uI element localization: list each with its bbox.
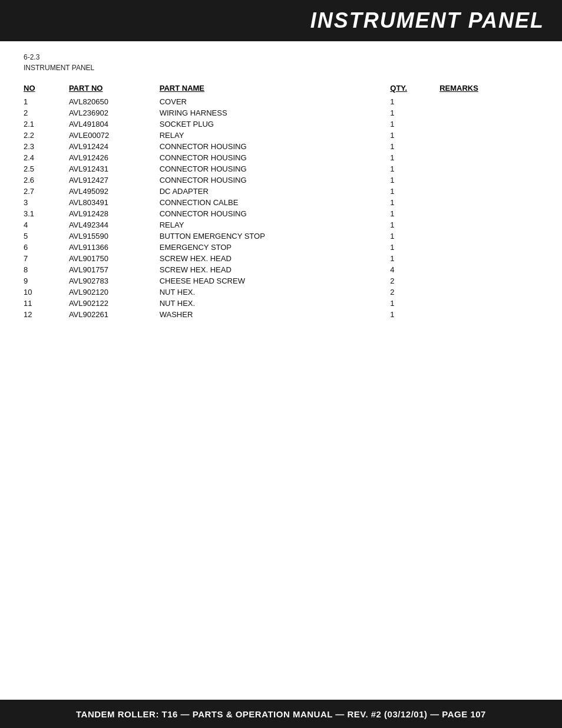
table-row: 4AVL492344RELAY1 bbox=[24, 219, 538, 230]
table-row: 6AVL911366EMERGENCY STOP1 bbox=[24, 242, 538, 253]
cell-part-no: AVL492344 bbox=[69, 219, 160, 230]
cell-remarks bbox=[439, 107, 538, 118]
cell-no: 2.7 bbox=[24, 186, 69, 197]
cell-remarks bbox=[439, 141, 538, 152]
table-row: 3.1AVL912428CONNECTOR HOUSING1 bbox=[24, 208, 538, 219]
table-row: 3AVL803491CONNECTION CALBE1 bbox=[24, 197, 538, 208]
cell-part-no: AVLE00072 bbox=[69, 130, 160, 141]
cell-part-no: AVL803491 bbox=[69, 197, 160, 208]
cell-part-no: AVL912427 bbox=[69, 174, 160, 186]
cell-remarks bbox=[439, 264, 538, 275]
cell-qty: 2 bbox=[390, 286, 439, 298]
cell-remarks bbox=[439, 298, 538, 309]
cell-part-name: SCREW HEX. HEAD bbox=[160, 264, 391, 275]
cell-part-name: CONNECTION CALBE bbox=[160, 197, 391, 208]
cell-qty: 1 bbox=[390, 242, 439, 253]
cell-no: 12 bbox=[24, 309, 69, 320]
cell-qty: 1 bbox=[390, 96, 439, 107]
cell-qty: 1 bbox=[390, 298, 439, 309]
cell-remarks bbox=[439, 286, 538, 298]
table-row: 11AVL902122NUT HEX.1 bbox=[24, 298, 538, 309]
cell-part-no: AVL491804 bbox=[69, 118, 160, 130]
cell-part-no: AVL902122 bbox=[69, 298, 160, 309]
cell-part-no: AVL912428 bbox=[69, 208, 160, 219]
cell-part-no: AVL911366 bbox=[69, 242, 160, 253]
table-row: 2AVL236902WIRING HARNESS1 bbox=[24, 107, 538, 118]
section-code: 6-2.3 bbox=[24, 53, 538, 61]
cell-qty: 1 bbox=[390, 186, 439, 197]
cell-qty: 1 bbox=[390, 253, 439, 264]
cell-qty: 1 bbox=[390, 118, 439, 130]
cell-remarks bbox=[439, 152, 538, 163]
cell-part-name: CONNECTOR HOUSING bbox=[160, 152, 391, 163]
table-row: 2.1AVL491804SOCKET PLUG1 bbox=[24, 118, 538, 130]
main-content: 6-2.3 INSTRUMENT PANEL NO PART NO PART N… bbox=[0, 41, 562, 332]
cell-qty: 1 bbox=[390, 152, 439, 163]
cell-part-name: CONNECTOR HOUSING bbox=[160, 141, 391, 152]
cell-part-name: SCREW HEX. HEAD bbox=[160, 253, 391, 264]
cell-remarks bbox=[439, 230, 538, 242]
cell-part-name: SOCKET PLUG bbox=[160, 118, 391, 130]
cell-qty: 1 bbox=[390, 174, 439, 186]
cell-no: 2.6 bbox=[24, 174, 69, 186]
cell-qty: 1 bbox=[390, 130, 439, 141]
cell-part-no: AVL912431 bbox=[69, 163, 160, 174]
cell-part-no: AVL912426 bbox=[69, 152, 160, 163]
cell-no: 6 bbox=[24, 242, 69, 253]
cell-part-no: AVL236902 bbox=[69, 107, 160, 118]
cell-qty: 1 bbox=[390, 230, 439, 242]
cell-no: 1 bbox=[24, 96, 69, 107]
table-row: 9AVL902783CHEESE HEAD SCREW2 bbox=[24, 275, 538, 286]
cell-part-no: AVL901757 bbox=[69, 264, 160, 275]
cell-part-no: AVL902783 bbox=[69, 275, 160, 286]
table-row: 7AVL901750SCREW HEX. HEAD1 bbox=[24, 253, 538, 264]
cell-no: 10 bbox=[24, 286, 69, 298]
cell-no: 2 bbox=[24, 107, 69, 118]
cell-remarks bbox=[439, 275, 538, 286]
section-label: INSTRUMENT PANEL bbox=[24, 64, 538, 72]
cell-part-name: DC ADAPTER bbox=[160, 186, 391, 197]
table-row: 2.4AVL912426CONNECTOR HOUSING1 bbox=[24, 152, 538, 163]
cell-part-name: WIRING HARNESS bbox=[160, 107, 391, 118]
cell-qty: 4 bbox=[390, 264, 439, 275]
cell-part-name: CHEESE HEAD SCREW bbox=[160, 275, 391, 286]
cell-part-name: NUT HEX. bbox=[160, 286, 391, 298]
cell-no: 8 bbox=[24, 264, 69, 275]
col-header-remarks: REMARKS bbox=[439, 83, 538, 96]
table-row: 12AVL902261WASHER1 bbox=[24, 309, 538, 320]
col-header-part-name: PART NAME bbox=[160, 83, 391, 96]
cell-part-name: CONNECTOR HOUSING bbox=[160, 163, 391, 174]
cell-part-no: AVL902120 bbox=[69, 286, 160, 298]
cell-remarks bbox=[439, 130, 538, 141]
cell-no: 2.4 bbox=[24, 152, 69, 163]
top-header: INSTRUMENT PANEL bbox=[0, 0, 562, 41]
cell-remarks bbox=[439, 219, 538, 230]
cell-qty: 1 bbox=[390, 107, 439, 118]
table-row: 2.3AVL912424CONNECTOR HOUSING1 bbox=[24, 141, 538, 152]
cell-no: 4 bbox=[24, 219, 69, 230]
col-header-part-no: PART NO bbox=[69, 83, 160, 96]
bottom-footer: TANDEM ROLLER: T16 — PARTS & OPERATION M… bbox=[0, 700, 562, 728]
cell-part-name: COVER bbox=[160, 96, 391, 107]
cell-part-no: AVL902261 bbox=[69, 309, 160, 320]
cell-no: 7 bbox=[24, 253, 69, 264]
parts-table: NO PART NO PART NAME QTY. REMARKS 1AVL82… bbox=[24, 83, 538, 320]
col-header-qty: QTY. bbox=[390, 83, 439, 96]
cell-no: 11 bbox=[24, 298, 69, 309]
cell-part-name: BUTTON EMERGENCY STOP bbox=[160, 230, 391, 242]
cell-no: 9 bbox=[24, 275, 69, 286]
cell-remarks bbox=[439, 118, 538, 130]
cell-remarks bbox=[439, 96, 538, 107]
cell-no: 2.2 bbox=[24, 130, 69, 141]
cell-qty: 1 bbox=[390, 219, 439, 230]
cell-no: 3 bbox=[24, 197, 69, 208]
table-row: 1AVL820650COVER1 bbox=[24, 96, 538, 107]
table-row: 2.7AVL495092DC ADAPTER1 bbox=[24, 186, 538, 197]
page-title: INSTRUMENT PANEL bbox=[310, 8, 544, 33]
cell-part-name: RELAY bbox=[160, 130, 391, 141]
cell-remarks bbox=[439, 163, 538, 174]
cell-no: 5 bbox=[24, 230, 69, 242]
table-row: 2.6AVL912427CONNECTOR HOUSING1 bbox=[24, 174, 538, 186]
table-row: 8AVL901757SCREW HEX. HEAD4 bbox=[24, 264, 538, 275]
cell-part-name: EMERGENCY STOP bbox=[160, 242, 391, 253]
